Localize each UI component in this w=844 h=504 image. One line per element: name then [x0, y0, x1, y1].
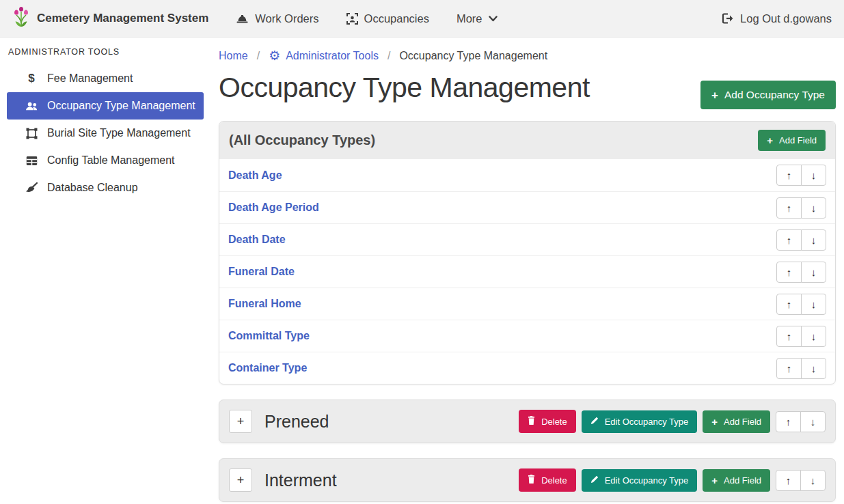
- field-link-container-type[interactable]: Container Type: [228, 362, 307, 374]
- delete-button[interactable]: Delete: [519, 410, 576, 433]
- page-title: Occupancy Type Management: [219, 72, 590, 104]
- move-down-button[interactable]: ↓: [801, 197, 826, 219]
- move-down-button[interactable]: ↓: [800, 470, 826, 491]
- plus-icon: +: [711, 417, 718, 427]
- field-row: Container Type ↑ ↓: [219, 352, 835, 384]
- panel-title: (All Occupancy Types): [229, 132, 375, 148]
- users-icon: [25, 101, 38, 111]
- sidebar-item-config-table-management[interactable]: Config Table Management: [7, 147, 204, 174]
- arrow-up-icon: ↑: [786, 416, 791, 428]
- field-row: Death Age Period ↑ ↓: [219, 191, 835, 223]
- trash-icon: [528, 475, 535, 486]
- field-link-death-age-period[interactable]: Death Age Period: [228, 201, 319, 214]
- move-up-button[interactable]: ↑: [776, 165, 802, 186]
- top-navbar: Cemetery Management System Work Orders O…: [0, 0, 844, 38]
- add-field-button[interactable]: + Add Field: [703, 469, 770, 492]
- field-link-death-date[interactable]: Death Date: [228, 234, 286, 246]
- sidebar-item-fee-management[interactable]: $ Fee Management: [7, 65, 204, 92]
- move-down-button[interactable]: ↓: [801, 262, 826, 283]
- reorder-buttons: ↑ ↓: [776, 470, 826, 491]
- move-up-button[interactable]: ↑: [776, 326, 802, 347]
- hard-hat-icon: [236, 13, 249, 24]
- occupancy-type-actions: Delete Edit Occupancy Type + Add Field ↑: [519, 410, 826, 433]
- arrow-up-icon: ↑: [787, 363, 792, 374]
- arrow-down-icon: ↓: [811, 234, 817, 246]
- sidebar-item-occupancy-type-management[interactable]: Occupancy Type Management: [7, 92, 204, 120]
- expand-button[interactable]: +: [229, 410, 252, 433]
- delete-label: Delete: [541, 475, 567, 486]
- sidebar-item-label: Burial Site Type Management: [47, 127, 191, 139]
- edit-occupancy-type-button[interactable]: Edit Occupancy Type: [582, 410, 698, 433]
- sidebar-item-label: Occupancy Type Management: [47, 100, 195, 112]
- field-link-funeral-home[interactable]: Funeral Home: [228, 298, 301, 310]
- arrow-up-icon: ↑: [787, 202, 792, 214]
- arrow-up-icon: ↑: [787, 169, 792, 181]
- move-up-button[interactable]: ↑: [776, 411, 801, 432]
- add-field-label: Add Field: [779, 135, 817, 145]
- reorder-buttons: ↑ ↓: [776, 326, 826, 347]
- sidebar-item-burial-site-type-management[interactable]: Burial Site Type Management: [7, 120, 204, 147]
- breadcrumb-admin-tools-link[interactable]: ⚙ Administrator Tools: [269, 49, 379, 62]
- arrow-up-icon: ↑: [787, 234, 792, 246]
- arrow-up-icon: ↑: [787, 266, 792, 278]
- nav-item-work-orders[interactable]: Work Orders: [236, 12, 318, 25]
- move-down-button[interactable]: ↓: [801, 294, 826, 315]
- plus-icon: +: [237, 415, 245, 429]
- field-row: Death Date ↑ ↓: [219, 223, 835, 255]
- gear-icon: ⚙: [269, 49, 280, 62]
- delete-button[interactable]: Delete: [519, 468, 576, 492]
- add-field-button[interactable]: + Add Field: [703, 410, 770, 433]
- add-occupancy-type-label: Add Occupancy Type: [724, 89, 825, 101]
- nav-item-label: More: [457, 12, 482, 25]
- arrow-up-icon: ↑: [786, 475, 791, 486]
- move-up-button[interactable]: ↑: [776, 470, 801, 491]
- sidebar: ADMINISTRATOR TOOLS $ Fee Management Occ…: [0, 38, 210, 503]
- move-down-button[interactable]: ↓: [801, 326, 826, 347]
- arrow-down-icon: ↓: [811, 416, 816, 428]
- logout-label: Log Out d.gowans: [740, 12, 832, 25]
- delete-label: Delete: [541, 417, 567, 427]
- app-brand[interactable]: Cemetery Management System: [12, 7, 208, 30]
- occupancy-type-actions: Delete Edit Occupancy Type + Add Field ↑: [519, 468, 826, 492]
- move-up-button[interactable]: ↑: [776, 262, 802, 283]
- move-down-button[interactable]: ↓: [800, 411, 826, 432]
- occupancy-type-name: Preneed: [264, 412, 329, 432]
- breadcrumb-separator: /: [387, 50, 390, 62]
- title-row: Occupancy Type Management + Add Occupanc…: [219, 72, 836, 109]
- field-link-funeral-date[interactable]: Funeral Date: [228, 266, 295, 278]
- add-occupancy-type-button[interactable]: + Add Occupancy Type: [700, 81, 836, 109]
- breadcrumb-current: Occupancy Type Management: [399, 50, 547, 62]
- reorder-buttons: ↑ ↓: [776, 165, 826, 186]
- sidebar-heading: ADMINISTRATOR TOOLS: [0, 43, 210, 65]
- sidebar-item-database-cleanup[interactable]: Database Cleanup: [7, 174, 204, 201]
- edit-occupancy-type-button[interactable]: Edit Occupancy Type: [582, 469, 698, 492]
- field-row: Death Age ↑ ↓: [219, 159, 835, 191]
- plus-icon: +: [711, 89, 718, 101]
- nav-item-occupancies[interactable]: Occupancies: [346, 12, 429, 25]
- arrow-down-icon: ↓: [811, 169, 817, 181]
- navbar-right: Log Out d.gowans: [722, 12, 832, 25]
- page-layout: ADMINISTRATOR TOOLS $ Fee Management Occ…: [0, 38, 844, 503]
- breadcrumb-home-link[interactable]: Home: [219, 50, 248, 62]
- logout-button[interactable]: Log Out d.gowans: [722, 12, 832, 25]
- reorder-buttons: ↑ ↓: [776, 358, 826, 379]
- move-down-button[interactable]: ↓: [801, 358, 826, 379]
- move-up-button[interactable]: ↑: [776, 229, 802, 251]
- expand-button[interactable]: +: [229, 468, 252, 492]
- move-up-button[interactable]: ↑: [776, 197, 802, 219]
- move-down-button[interactable]: ↓: [801, 229, 826, 251]
- add-field-button[interactable]: + Add Field: [758, 130, 826, 151]
- field-row: Funeral Home ↑ ↓: [219, 288, 835, 320]
- field-link-death-age[interactable]: Death Age: [228, 169, 282, 182]
- move-up-button[interactable]: ↑: [776, 294, 802, 315]
- move-down-button[interactable]: ↓: [801, 165, 826, 186]
- nav-item-more[interactable]: More: [457, 12, 498, 25]
- arrow-down-icon: ↓: [811, 363, 817, 374]
- field-link-committal-type[interactable]: Committal Type: [228, 330, 310, 342]
- plus-icon: +: [711, 475, 718, 486]
- vector-square-icon: [25, 128, 38, 139]
- move-up-button[interactable]: ↑: [776, 358, 802, 379]
- sidebar-item-label: Database Cleanup: [47, 182, 138, 194]
- reorder-buttons: ↑ ↓: [776, 229, 826, 251]
- app-title: Cemetery Management System: [37, 12, 208, 25]
